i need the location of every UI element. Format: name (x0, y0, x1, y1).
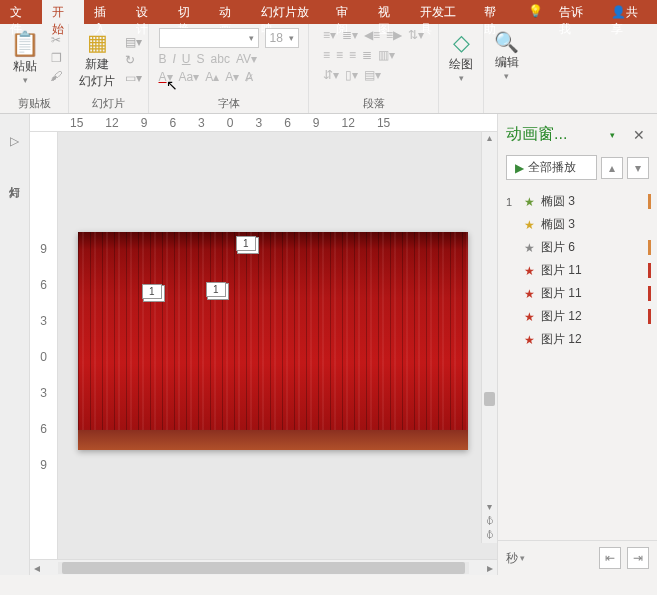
copy-icon[interactable]: ❐ (50, 51, 62, 65)
drawing-button[interactable]: ◇ 绘图 ▾ (445, 28, 477, 85)
vertical-ruler: 9630369 (30, 132, 58, 559)
anim-label: 图片 6 (541, 239, 575, 256)
anim-tag-3[interactable]: 1 (206, 282, 226, 297)
hscroll-thumb[interactable] (62, 562, 465, 574)
tab-animation[interactable]: 动画 (209, 0, 251, 24)
group-label-font: 字体 (218, 96, 240, 111)
indent-right-button[interactable]: ≡▶ (386, 28, 402, 42)
font-color-button[interactable]: A▾ (159, 70, 173, 84)
anim-item[interactable]: ★图片 11 (502, 282, 653, 305)
star-icon: ★ (524, 241, 535, 255)
timeline-left-icon[interactable]: ⇤ (599, 547, 621, 569)
anim-item[interactable]: ★椭圆 3 (502, 213, 653, 236)
anim-item[interactable]: 1★椭圆 3 (502, 190, 653, 213)
cut-icon[interactable]: ✂ (50, 33, 62, 47)
layout-icon[interactable]: ▤▾ (125, 35, 142, 49)
line-spacing-button[interactable]: ⇅▾ (408, 28, 424, 42)
align-left-button[interactable]: ≡ (323, 48, 330, 62)
star-icon: ★ (524, 333, 535, 347)
format-painter-icon[interactable]: 🖌 (50, 69, 62, 83)
anim-label: 图片 12 (541, 308, 582, 325)
text-direction-button[interactable]: ⇵▾ (323, 68, 339, 82)
tell-me[interactable]: 告诉我 (549, 0, 602, 24)
timing-bar (648, 240, 651, 255)
clear-format-button[interactable]: A̷ (245, 70, 253, 84)
columns-button[interactable]: ▥▾ (378, 48, 395, 62)
bullets-button[interactable]: ≡▾ (323, 28, 336, 42)
anim-item[interactable]: ★图片 11 (502, 259, 653, 282)
numbering-button[interactable]: ≣▾ (342, 28, 358, 42)
editing-button[interactable]: 🔍 编辑 ▾ (490, 28, 523, 83)
thumbnails-sidebar[interactable]: ▷ 幻灯片 (0, 114, 30, 575)
grow-font-button[interactable]: A▴ (205, 70, 219, 84)
timeline-right-icon[interactable]: ⇥ (627, 547, 649, 569)
group-label-slides: 幻灯片 (92, 96, 125, 111)
tab-view[interactable]: 视图 (368, 0, 410, 24)
tab-home[interactable]: 开始 (42, 0, 84, 24)
anim-index: 1 (506, 196, 518, 208)
pane-menu-icon[interactable]: ▾ (610, 130, 615, 140)
anim-item[interactable]: ★图片 6 (502, 236, 653, 259)
tab-transition[interactable]: 切换 (168, 0, 210, 24)
anim-item[interactable]: ★图片 12 (502, 328, 653, 351)
tab-slideshow[interactable]: 幻灯片放映 (251, 0, 326, 24)
case-button[interactable]: Aa▾ (179, 70, 200, 84)
seconds-combo[interactable]: 秒▾ (506, 550, 525, 567)
timing-bar (648, 194, 651, 209)
anim-tag-1[interactable]: 1 (236, 236, 256, 251)
share-button[interactable]: 👤共享 (601, 0, 657, 24)
vertical-scrollbar[interactable]: ▴ ▾ ⦽ ⦽ (481, 132, 497, 543)
scroll-up-icon[interactable]: ▴ (482, 132, 497, 146)
group-drawing: ◇ 绘图 ▾ (439, 24, 484, 113)
indent-left-button[interactable]: ◀≡ (364, 28, 380, 42)
tab-insert[interactable]: 插入 (84, 0, 126, 24)
scroll-thumb[interactable] (484, 392, 495, 406)
spacing-button[interactable]: AV▾ (236, 52, 257, 66)
prev-slide-icon[interactable]: ⦽ (482, 515, 497, 529)
play-all-button[interactable]: ▶ 全部播放 (506, 155, 597, 180)
slide-canvas[interactable]: 1 1 1 ▴ ▾ ⦽ ⦽ (58, 132, 497, 559)
pane-title: 动画窗... (506, 124, 610, 145)
scroll-down-icon[interactable]: ▾ (482, 501, 497, 515)
tab-file[interactable]: 文件 (0, 0, 42, 24)
paste-button[interactable]: 📋 粘贴 ▾ (6, 28, 44, 87)
anim-label: 椭圆 3 (541, 216, 575, 233)
next-slide-icon[interactable]: ⦽ (482, 529, 497, 543)
align-text-button[interactable]: ▯▾ (345, 68, 358, 82)
font-size-combo[interactable]: 18▾ (265, 28, 299, 48)
new-slide-icon: ▦ (87, 30, 108, 56)
group-font: ▾ 18▾ B I U S abc AV▾ A▾ Aa▾ A▴ A▾ A̷ 字体 (149, 24, 309, 113)
scroll-left-icon[interactable]: ◂ (30, 561, 44, 575)
shadow-button[interactable]: abc (211, 52, 230, 66)
italic-button[interactable]: I (173, 52, 176, 66)
new-slide-button[interactable]: ▦ 新建 幻灯片 (75, 28, 119, 92)
strike-button[interactable]: S (197, 52, 205, 66)
reset-icon[interactable]: ↻ (125, 53, 142, 67)
underline-button[interactable]: U (182, 52, 191, 66)
scroll-right-icon[interactable]: ▸ (483, 561, 497, 575)
star-icon: ★ (524, 310, 535, 324)
expand-icon[interactable]: ▷ (10, 134, 19, 148)
close-icon[interactable]: ✕ (629, 125, 649, 145)
anim-item[interactable]: ★图片 12 (502, 305, 653, 328)
horizontal-scrollbar[interactable]: ◂ ▸ (30, 559, 497, 575)
align-right-button[interactable]: ≡ (349, 48, 356, 62)
smartart-button[interactable]: ▤▾ (364, 68, 381, 82)
align-center-button[interactable]: ≡ (336, 48, 343, 62)
justify-button[interactable]: ≣ (362, 48, 372, 62)
tab-review[interactable]: 审阅 (326, 0, 368, 24)
anim-tag-2[interactable]: 1 (142, 284, 162, 299)
star-icon: ★ (524, 264, 535, 278)
tab-help[interactable]: 帮助 (474, 0, 516, 24)
slide[interactable]: 1 1 1 (78, 232, 468, 450)
tab-devtools[interactable]: 开发工具 (410, 0, 474, 24)
bold-button[interactable]: B (159, 52, 167, 66)
move-up-button[interactable]: ▴ (601, 157, 623, 179)
animation-pane: 动画窗... ▾ ✕ ▶ 全部播放 ▴ ▾ 1★椭圆 3★椭圆 3★图片 6★图… (497, 114, 657, 575)
shrink-font-button[interactable]: A▾ (225, 70, 239, 84)
ribbon-tabs: 文件 开始 插入 设计 切换 动画 幻灯片放映 审阅 视图 开发工具 帮助 💡 … (0, 0, 657, 24)
tab-design[interactable]: 设计 (126, 0, 168, 24)
font-name-combo[interactable]: ▾ (159, 28, 259, 48)
move-down-button[interactable]: ▾ (627, 157, 649, 179)
section-icon[interactable]: ▭▾ (125, 71, 142, 85)
